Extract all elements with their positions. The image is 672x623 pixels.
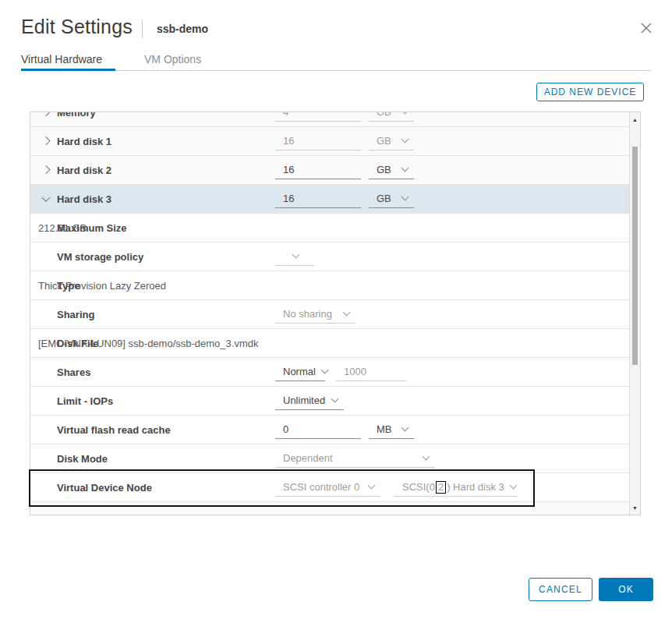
field-text: Normal — [283, 366, 316, 377]
hard-disk-1-size-input[interactable]: 16 — [275, 132, 361, 150]
row-type: Type Thick Provision Lazy Zeroed — [30, 271, 629, 300]
field-text: 212.61 GB — [38, 222, 87, 234]
field-text: 16 — [283, 135, 294, 147]
field-text: Unlimited — [283, 395, 325, 406]
vflash-unit-select[interactable]: MB — [369, 420, 414, 439]
chevron-down-icon — [401, 165, 409, 172]
chevron-down-icon — [401, 193, 409, 201]
vm-storage-policy-select[interactable] — [275, 247, 314, 266]
row-memory[interactable]: Memory 4 GB — [30, 112, 629, 127]
field-text: GB — [377, 193, 391, 204]
row-label: Disk Mode — [57, 453, 108, 465]
row-hard-disk-3[interactable]: Hard disk 3 16 GB — [30, 185, 629, 214]
hard-disk-2-unit-select[interactable]: GB — [369, 161, 414, 179]
page-title: Edit Settings — [21, 16, 133, 38]
field-text: Dependent — [283, 452, 333, 464]
field-text: [EMC-VNX-LUN09] ssb-demo/ssb-demo_3.vmdk — [38, 338, 258, 349]
add-new-device-button[interactable]: ADD NEW DEVICE — [536, 83, 644, 101]
close-x-glyph — [639, 21, 653, 35]
row-label: Limit - IOPs — [57, 395, 113, 407]
row-label: Virtual flash read cache — [57, 424, 171, 436]
hard-disk-3-unit-select[interactable]: GB — [369, 189, 414, 208]
type-value: Thick Provision Lazy Zeroed — [30, 276, 172, 295]
field-text: 0 — [283, 423, 288, 435]
memory-unit-select[interactable]: GB — [369, 112, 414, 122]
scrollbar[interactable]: ▲ ▼ — [629, 112, 640, 515]
chevron-right-icon[interactable] — [41, 165, 50, 174]
row-disk-file: Disk File [EMC-VNX-LUN09] ssb-demo/ssb-d… — [30, 329, 629, 358]
sharing-select[interactable]: No sharing — [275, 305, 355, 324]
ok-button[interactable]: OK — [599, 578, 653, 601]
vflash-value-input[interactable]: 0 — [275, 420, 361, 439]
row-virtual-flash-read-cache: Virtual flash read cache 0 MB — [30, 416, 629, 444]
row-label: Hard disk 2 — [57, 165, 111, 176]
row-label: Hard disk 1 — [57, 136, 111, 147]
row-label: VM storage policy — [57, 251, 143, 263]
scroll-up-icon[interactable]: ▲ — [630, 114, 640, 125]
scrollbar-thumb[interactable] — [632, 147, 638, 365]
chevron-down-icon — [343, 309, 351, 317]
tab-virtual-hardware[interactable]: Virtual Hardware — [21, 53, 102, 65]
tabs-divider — [21, 70, 651, 71]
row-label: Memory — [57, 112, 96, 119]
row-label: Sharing — [57, 309, 94, 320]
maximum-size-value: 212.61 GB — [30, 218, 93, 237]
chevron-down-icon — [401, 112, 409, 114]
hard-disk-3-size-input[interactable]: 16 — [275, 189, 361, 208]
field-text: MB — [377, 423, 392, 435]
row-shares: Shares Normal 1000 — [30, 358, 629, 387]
field-text: Thick Provision Lazy Zeroed — [38, 280, 166, 292]
row-limit-iops: Limit - IOPs Unlimited — [30, 387, 629, 416]
annotation-rectangle — [29, 469, 535, 507]
field-text: No sharing — [283, 308, 332, 320]
chevron-down-icon — [331, 395, 339, 403]
field-text: GB — [377, 112, 391, 118]
row-label: Shares — [57, 366, 90, 378]
hard-disk-2-size-input[interactable]: 16 — [275, 161, 361, 179]
row-sharing: Sharing No sharing — [30, 300, 629, 329]
row-hard-disk-2[interactable]: Hard disk 2 16 GB — [30, 156, 629, 185]
active-tab-underline — [21, 69, 115, 71]
chevron-down-icon — [292, 251, 299, 259]
field-text: 1000 — [344, 366, 366, 377]
chevron-down-icon — [401, 424, 409, 432]
chevron-down-icon — [423, 453, 430, 461]
field-text: 16 — [283, 193, 294, 204]
tab-vm-options[interactable]: VM Options — [144, 53, 201, 65]
chevron-down-icon — [320, 366, 328, 374]
shares-level-select[interactable]: Normal — [275, 363, 325, 381]
field-text: 4 — [283, 112, 288, 118]
hard-disk-1-unit-select[interactable]: GB — [369, 132, 414, 150]
field-text: GB — [377, 164, 391, 175]
limit-iops-select[interactable]: Unlimited — [275, 391, 344, 410]
row-maximum-size: Maximum Size 212.61 GB — [30, 214, 629, 242]
vm-name: ssb-demo — [157, 23, 208, 35]
title-divider — [142, 19, 143, 39]
disk-mode-select[interactable]: Dependent — [275, 449, 435, 468]
row-hard-disk-1[interactable]: Hard disk 1 16 GB — [30, 127, 629, 156]
cancel-button[interactable]: CANCEL — [529, 578, 592, 601]
field-text: 16 — [283, 164, 294, 175]
chevron-down-icon[interactable] — [41, 193, 50, 202]
hardware-rows: Memory 4 GB Hard disk 1 16 GB Hard disk … — [30, 112, 629, 515]
row-vm-storage-policy: VM storage policy — [30, 242, 629, 271]
disk-file-value: [EMC-VNX-LUN09] ssb-demo/ssb-demo_3.vmdk — [30, 334, 264, 352]
hardware-list-panel: Memory 4 GB Hard disk 1 16 GB Hard disk … — [30, 112, 641, 515]
row-label: Hard disk 3 — [57, 193, 111, 205]
field-text: GB — [377, 135, 391, 147]
chevron-right-icon[interactable] — [41, 136, 50, 145]
chevron-down-icon — [401, 136, 409, 143]
chevron-right-icon[interactable] — [41, 112, 50, 116]
memory-value-input[interactable]: 4 — [275, 112, 361, 122]
shares-value-input[interactable]: 1000 — [336, 363, 406, 381]
close-icon[interactable] — [639, 21, 653, 35]
edit-settings-dialog: Edit Settings ssb-demo Virtual Hardware … — [0, 0, 672, 623]
scroll-down-icon[interactable]: ▼ — [630, 502, 640, 513]
